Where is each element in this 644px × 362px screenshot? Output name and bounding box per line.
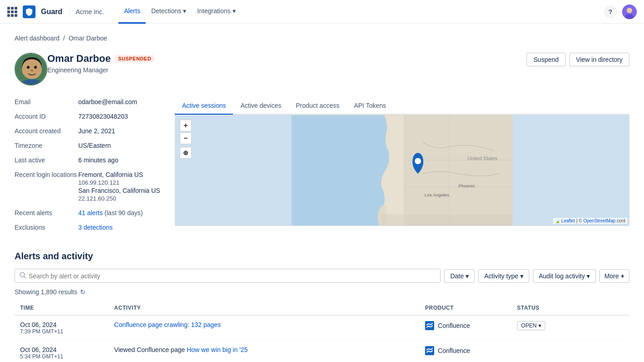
tab-active-sessions[interactable]: Active sessions <box>175 98 233 115</box>
row1-time-sub: 7:39 PM GMT+11 <box>20 328 103 335</box>
table-row: Oct 06, 2024 7:39 PM GMT+11 Confluence p… <box>15 315 629 341</box>
recent-alerts-label: Recent alerts <box>15 209 78 216</box>
guard-logo-svg <box>25 8 33 16</box>
row1-status: OPEN ▾ <box>512 315 629 341</box>
row1-activity-link[interactable]: Confluence page crawling: 132 pages <box>114 321 221 328</box>
topnav: Guard Acme Inc. Alerts Detections ▾ Inte… <box>0 0 644 24</box>
exclusions-label: Exclusions <box>15 224 78 231</box>
audit-log-filter-button[interactable]: Audit log activity ▾ <box>533 269 596 283</box>
view-directory-button[interactable]: View in directory <box>569 53 629 66</box>
row2-status <box>512 341 629 362</box>
row1-status-badge[interactable]: OPEN ▾ <box>517 321 545 330</box>
row2-time-main: Oct 06, 2024 <box>20 346 103 353</box>
row1-time-main: Oct 06, 2024 <box>20 321 103 328</box>
search-icon <box>20 272 26 280</box>
profile-name: Omar Darboe <box>47 53 111 65</box>
nav-link-alerts[interactable]: Alerts <box>118 0 146 24</box>
info-email-row: Email odarboe@email.com <box>15 98 160 106</box>
svg-point-6 <box>34 66 37 69</box>
row1-time: Oct 06, 2024 7:39 PM GMT+11 <box>15 315 109 341</box>
main-content: Alert dashboard / Omar Darboe <box>0 24 644 362</box>
breadcrumb-current: Omar Darboe <box>69 35 107 42</box>
results-count-text: Showing 1,890 results <box>15 288 77 296</box>
recent-alerts-period: (last 90 days) <box>105 209 143 216</box>
profile-info-header: Omar Darboe SUSPENDED Engineering Manage… <box>47 53 527 74</box>
nav-link-integrations[interactable]: Integrations ▾ <box>192 0 241 24</box>
date-chevron-icon: ▾ <box>466 272 469 280</box>
activity-type-label: Activity type <box>484 272 518 280</box>
map-zoom-out-button[interactable]: − <box>180 132 192 144</box>
nav-links: Alerts Detections ▾ Integrations ▾ <box>118 0 241 24</box>
breadcrumb: Alert dashboard / Omar Darboe <box>15 35 629 42</box>
suspended-badge: SUSPENDED <box>115 55 154 62</box>
row2-product-cell: Confluence <box>425 346 506 355</box>
profile-avatar-img <box>15 54 47 85</box>
recent-alerts-link[interactable]: 41 alerts <box>78 209 103 216</box>
map-zoom-in-button[interactable]: + <box>180 120 192 131</box>
recent-alerts-value: 41 alerts (last 90 days) <box>78 209 143 216</box>
more-label: More <box>604 272 619 280</box>
info-account-id-row: Account ID 72730823048203 <box>15 113 160 120</box>
results-count: Showing 1,890 results ↻ <box>15 288 629 296</box>
profile-info: Email odarboe@email.com Account ID 72730… <box>15 98 160 238</box>
tab-active-devices[interactable]: Active devices <box>233 98 288 115</box>
map-attribution: 🍃 Leaflet | © OpenStreetMap cont <box>553 218 627 224</box>
refresh-icon[interactable]: ↻ <box>80 288 86 296</box>
more-button[interactable]: More + <box>599 269 629 283</box>
tab-api-tokens[interactable]: API Tokens <box>347 98 394 115</box>
map-container: Los Angeles Phoenix United States + − <box>175 115 629 226</box>
table-header: Time Activity Product Status <box>15 301 629 315</box>
more-plus-icon: + <box>621 272 624 280</box>
date-filter-button[interactable]: Date ▾ <box>444 269 475 283</box>
alerts-section-title: Alerts and activity <box>15 251 629 261</box>
brand-name: Guard <box>41 8 62 16</box>
grid-menu-icon[interactable] <box>7 7 17 17</box>
audit-log-label: Audit log activity <box>539 272 585 280</box>
row1-status-text: OPEN <box>521 322 537 329</box>
nav-link-detections[interactable]: Detections ▾ <box>146 0 192 24</box>
col-time: Time <box>15 301 109 315</box>
leaflet-link[interactable]: Leaflet <box>561 218 575 223</box>
exclusions-value: 3 detections <box>78 224 113 231</box>
col-product: Product <box>420 301 512 315</box>
detections-chevron-icon: ▾ <box>183 7 186 15</box>
activity-table: Time Activity Product Status Oct 06, 202… <box>15 301 629 362</box>
svg-text:United States: United States <box>467 156 497 161</box>
tab-product-access[interactable]: Product access <box>289 98 347 115</box>
suspend-button[interactable]: Suspend <box>527 53 565 66</box>
map-locate-button[interactable]: ⊕ <box>180 147 192 159</box>
tabs-area: Active sessions Active devices Product a… <box>175 98 629 238</box>
row2-product: Confluence <box>420 341 512 362</box>
login-locations-values: Fremont, California US 106.99.120.121 Sa… <box>78 171 160 202</box>
exclusions-link[interactable]: 3 detections <box>78 224 113 231</box>
col-status: Status <box>512 301 629 315</box>
tenant-name: Acme Inc. <box>70 8 109 15</box>
profile-actions: Suspend View in directory <box>527 53 629 66</box>
search-input[interactable] <box>29 272 436 280</box>
account-id-value: 72730823048203 <box>78 113 128 120</box>
row2-activity-link[interactable]: How we win big in '25 <box>187 346 248 353</box>
svg-text:Los Angeles: Los Angeles <box>425 192 449 197</box>
avatar[interactable] <box>622 5 637 19</box>
search-box <box>15 269 441 283</box>
svg-point-1 <box>627 8 632 13</box>
activity-type-filter-button[interactable]: Activity type ▾ <box>478 269 529 283</box>
alerts-section: Alerts and activity Date ▾ Activity type… <box>15 251 629 362</box>
confluence-logo <box>426 322 433 329</box>
info-recent-alerts-row: Recent alerts 41 alerts (last 90 days) <box>15 209 160 216</box>
topnav-left: Guard Acme Inc. Alerts Detections ▾ Inte… <box>7 0 241 24</box>
row1-activity: Confluence page crawling: 132 pages <box>109 315 420 341</box>
help-button[interactable]: ? <box>604 5 617 18</box>
svg-line-18 <box>24 277 25 278</box>
table-body: Oct 06, 2024 7:39 PM GMT+11 Confluence p… <box>15 315 629 362</box>
info-exclusions-row: Exclusions 3 detections <box>15 224 160 231</box>
login-locations-label: Recent login locations <box>15 171 78 202</box>
topnav-right: ? <box>604 5 637 19</box>
osm-link[interactable]: OpenStreetMap <box>583 218 616 223</box>
svg-point-5 <box>27 66 30 69</box>
timezone-label: Timezone <box>15 142 78 149</box>
row1-product-cell: Confluence <box>425 321 506 330</box>
breadcrumb-parent-link[interactable]: Alert dashboard <box>15 35 60 42</box>
account-created-label: Account created <box>15 127 78 135</box>
info-account-created-row: Account created June 2, 2021 <box>15 127 160 135</box>
